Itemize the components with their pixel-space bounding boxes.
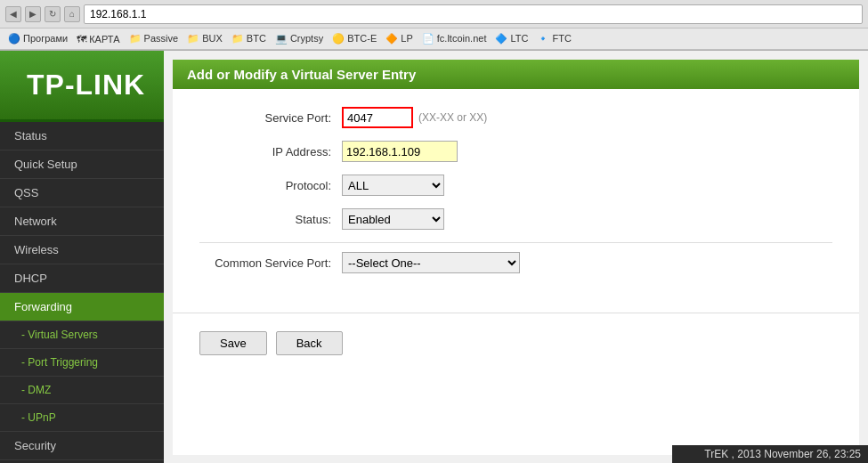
page-root: ◀ ▶ ↻ ⌂ 🔵 Програми 🗺 КАРТА 📁 Passive 📁 B… — [0, 0, 868, 463]
save-button[interactable]: Save — [199, 331, 267, 355]
status-control: Enabled Disabled — [342, 208, 444, 230]
sidebar-item-port-triggering[interactable]: - Port Triggering — [0, 349, 164, 377]
sidebar: TP-LINK Status Quick Setup QSS Network W… — [0, 51, 164, 463]
sidebar-label-forwarding: Forwarding — [14, 300, 72, 313]
bookmarks-bar: 🔵 Програми 🗺 КАРТА 📁 Passive 📁 BUX 📁 BTC… — [0, 28, 868, 50]
sidebar-label-dhcp: DHCP — [14, 272, 47, 285]
bookmark-programs[interactable]: 🔵 Програми — [5, 32, 70, 45]
protocol-select[interactable]: ALL TCP UDP — [342, 175, 444, 196]
sidebar-label-dmz: - DMZ — [21, 384, 51, 396]
sidebar-item-dmz[interactable]: - DMZ — [0, 377, 164, 404]
back-button[interactable]: ◀ — [5, 6, 21, 22]
service-port-hint: (XX-XX or XX) — [418, 111, 487, 124]
router-header: TP-LINK — [0, 51, 164, 122]
ip-address-label: IP Address: — [199, 145, 342, 158]
sidebar-item-forwarding[interactable]: Forwarding — [0, 293, 164, 321]
status-label: Status: — [199, 213, 342, 226]
form-divider — [199, 242, 832, 243]
sidebar-label-virtual-servers: - Virtual Servers — [21, 329, 98, 341]
bookmark-map[interactable]: 🗺 КАРТА — [74, 33, 122, 45]
sidebar-item-dhcp[interactable]: DHCP — [0, 264, 164, 293]
sidebar-item-quick-setup[interactable]: Quick Setup — [0, 150, 164, 179]
bookmark-btce[interactable]: 🟡 BTC-E — [329, 32, 379, 45]
sidebar-label-wireless: Wireless — [14, 243, 59, 256]
bookmark-cryptsy[interactable]: 💻 Cryptsy — [272, 32, 326, 45]
refresh-button[interactable]: ↻ — [45, 6, 61, 22]
service-port-label: Service Port: — [199, 111, 342, 125]
service-port-input[interactable] — [342, 107, 413, 128]
protocol-row: Protocol: ALL TCP UDP — [199, 175, 832, 196]
section-title: Add or Modify a Virtual Server Entry — [173, 60, 859, 89]
sidebar-label-security: Security — [14, 439, 56, 452]
protocol-control: ALL TCP UDP — [342, 175, 444, 196]
bookmark-ltc[interactable]: 🔷 LTC — [492, 32, 531, 45]
sidebar-label-port-triggering: - Port Triggering — [21, 356, 98, 369]
sidebar-item-network[interactable]: Network — [0, 207, 164, 236]
status-bar: TrEK , 2013 November 26, 23:25 — [672, 445, 868, 463]
bookmark-ftc[interactable]: 🔹 FTC — [534, 32, 573, 45]
content-inner: Add or Modify a Virtual Server Entry Ser… — [173, 60, 859, 455]
common-port-control: --Select One-- — [342, 252, 520, 273]
common-port-row: Common Service Port: --Select One-- — [199, 252, 832, 273]
browser-chrome: ◀ ▶ ↻ ⌂ 🔵 Програми 🗺 КАРТА 📁 Passive 📁 B… — [0, 0, 868, 51]
address-bar[interactable] — [84, 4, 863, 24]
main-container: TP-LINK Status Quick Setup QSS Network W… — [0, 51, 868, 463]
home-button[interactable]: ⌂ — [64, 6, 80, 22]
sidebar-label-qss: QSS — [14, 186, 38, 199]
sidebar-item-upnp[interactable]: - UPnP — [0, 404, 164, 432]
button-divider — [173, 313, 859, 313]
sidebar-item-virtual-servers[interactable]: - Virtual Servers — [0, 321, 164, 349]
sidebar-label-upnp: - UPnP — [21, 411, 56, 424]
sidebar-item-qss[interactable]: QSS — [0, 179, 164, 207]
forward-button[interactable]: ▶ — [25, 6, 41, 22]
back-button-form[interactable]: Back — [276, 331, 343, 355]
service-port-control: (XX-XX or XX) — [342, 107, 487, 128]
common-port-select[interactable]: --Select One-- — [342, 252, 520, 273]
browser-toolbar: ◀ ▶ ↻ ⌂ — [0, 0, 868, 28]
ip-address-control — [342, 141, 458, 162]
sidebar-item-security[interactable]: Security — [0, 432, 164, 460]
tp-link-logo: TP-LINK — [27, 69, 145, 102]
status-row: Status: Enabled Disabled — [199, 208, 832, 230]
common-port-label: Common Service Port: — [199, 256, 342, 270]
bookmark-btc[interactable]: 📁 BTC — [229, 32, 269, 45]
sidebar-label-network: Network — [14, 215, 57, 228]
sidebar-item-wireless[interactable]: Wireless — [0, 236, 164, 264]
protocol-label: Protocol: — [199, 179, 342, 192]
bookmark-bux[interactable]: 📁 BUX — [184, 32, 225, 45]
status-text: TrEK , 2013 November 26, 23:25 — [704, 448, 861, 460]
button-row: Save Back — [173, 322, 859, 364]
form-area: Service Port: (XX-XX or XX) IP Address: — [173, 89, 859, 304]
ip-address-row: IP Address: — [199, 141, 832, 162]
sidebar-label-status: Status — [14, 129, 47, 142]
bookmark-passive[interactable]: 📁 Passive — [126, 32, 182, 45]
bookmark-lp[interactable]: 🔶 LP — [383, 32, 416, 45]
bookmark-ltcoin[interactable]: 📄 fc.ltcoin.net — [419, 32, 490, 45]
sidebar-label-quick-setup: Quick Setup — [14, 158, 77, 171]
status-select[interactable]: Enabled Disabled — [342, 208, 444, 230]
sidebar-item-status[interactable]: Status — [0, 122, 164, 150]
ip-address-input[interactable] — [342, 141, 458, 162]
service-port-row: Service Port: (XX-XX or XX) — [199, 107, 832, 128]
content-area: Add or Modify a Virtual Server Entry Ser… — [164, 51, 868, 463]
